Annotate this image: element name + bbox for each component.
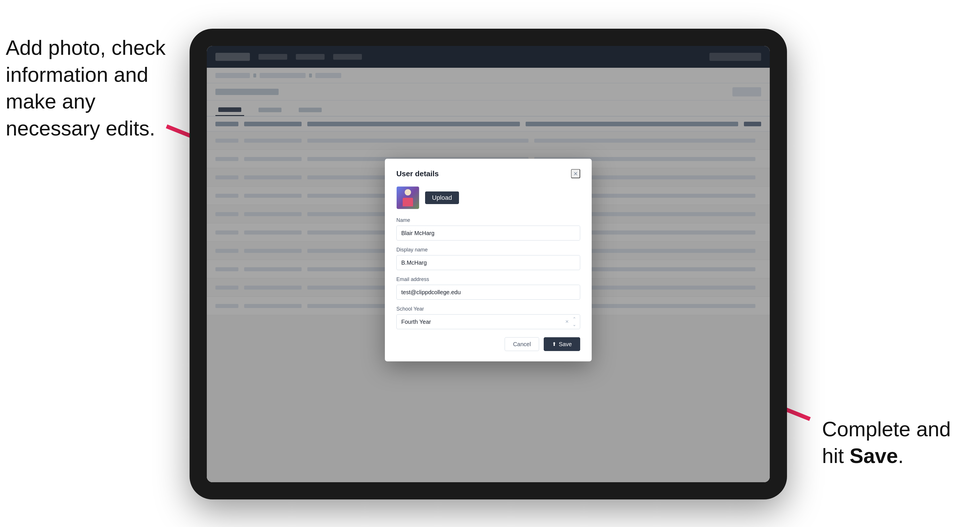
annotation-right-line2: hit: [822, 444, 850, 467]
email-input[interactable]: [396, 285, 580, 300]
school-year-label: School Year: [396, 306, 580, 312]
email-field-group: Email address: [396, 276, 580, 300]
person-head: [405, 189, 411, 195]
display-name-field-group: Display name: [396, 247, 580, 270]
email-label: Email address: [396, 276, 580, 283]
photo-section: Upload: [396, 186, 580, 209]
save-label: Save: [558, 341, 572, 347]
annotation-period: .: [898, 444, 904, 467]
user-details-modal: User details × Upload N: [385, 159, 592, 361]
cancel-button[interactable]: Cancel: [505, 337, 539, 351]
person-body: [402, 198, 413, 206]
modal-footer: Cancel ⬆ Save: [396, 337, 580, 351]
upload-photo-button[interactable]: Upload: [425, 192, 459, 204]
school-year-field-group: School Year × ⌃⌄: [396, 306, 580, 329]
tablet-device: User details × Upload N: [189, 29, 787, 500]
user-photo-thumbnail: [396, 186, 419, 209]
school-year-input[interactable]: [396, 314, 580, 329]
tablet-screen: User details × Upload N: [207, 46, 770, 482]
save-icon: ⬆: [552, 341, 556, 347]
annotation-line2: information and: [6, 63, 148, 86]
annotation-line1: Add photo, check: [6, 36, 165, 59]
select-clear-icon[interactable]: ×: [565, 318, 569, 325]
school-year-select-wrapper: × ⌃⌄: [396, 314, 580, 329]
annotation-right: Complete and hit Save.: [822, 416, 971, 470]
person-silhouette: [401, 189, 415, 206]
name-field-group: Name: [396, 217, 580, 241]
annotation-line3: make any: [6, 90, 95, 113]
annotation-save-bold: Save: [850, 444, 898, 467]
display-name-label: Display name: [396, 247, 580, 253]
modal-close-button[interactable]: ×: [571, 169, 580, 178]
modal-title: User details: [396, 169, 439, 178]
name-label: Name: [396, 217, 580, 223]
annotation-line4: necessary edits.: [6, 117, 155, 140]
annotation-right-line1: Complete and: [822, 417, 951, 441]
name-input[interactable]: [396, 225, 580, 241]
photo-thumb-inner: [397, 187, 419, 209]
modal-header: User details ×: [396, 169, 580, 178]
save-button[interactable]: ⬆ Save: [544, 337, 580, 351]
annotation-left: Add photo, check information and make an…: [6, 35, 172, 142]
display-name-input[interactable]: [396, 255, 580, 270]
